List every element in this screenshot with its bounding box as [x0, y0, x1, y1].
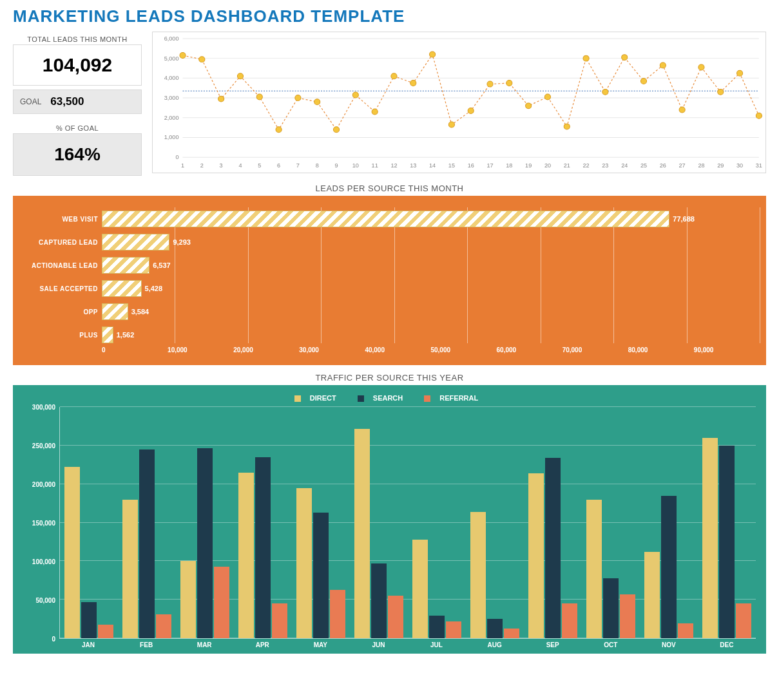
col-bar	[197, 448, 213, 639]
col-bar	[272, 603, 287, 638]
svg-point-16	[199, 57, 205, 62]
col-group	[408, 407, 466, 638]
svg-text:14: 14	[429, 162, 436, 169]
hbar-row: PLUS 1,562	[13, 323, 760, 346]
col-bar	[412, 540, 428, 638]
col-bar	[371, 563, 387, 638]
col-bar	[545, 458, 561, 638]
svg-text:4,000: 4,000	[164, 75, 179, 81]
svg-text:2: 2	[200, 162, 204, 169]
legend-label-referral: REFERRAL	[439, 394, 478, 402]
svg-point-44	[737, 70, 743, 76]
col-group	[698, 407, 756, 638]
svg-point-41	[679, 107, 685, 113]
svg-text:27: 27	[679, 162, 686, 169]
svg-point-39	[640, 78, 646, 84]
col-xtick: FEB	[117, 639, 175, 648]
col-group	[118, 407, 176, 638]
legend-swatch-search	[358, 395, 364, 402]
svg-text:29: 29	[717, 162, 724, 169]
hbar-value: 5,428	[141, 285, 163, 292]
svg-text:10: 10	[352, 162, 359, 169]
kpi-total-value: 104,092	[13, 44, 142, 86]
col-bar	[719, 446, 735, 638]
col-bar	[678, 623, 693, 638]
svg-point-15	[180, 53, 186, 59]
hbar-xtick: 70,000	[563, 346, 628, 354]
hbar-value: 1,562	[113, 331, 135, 339]
col-bar	[98, 625, 113, 639]
traffic-per-source-chart: DIRECT SEARCH REFERRAL 050,000100,000150…	[13, 385, 766, 654]
col-bar	[296, 488, 312, 638]
hbar-category: WEB VISIT	[13, 216, 102, 223]
svg-text:20: 20	[544, 162, 551, 169]
hbar-row: ACTIONABLE LEAD 6,537	[13, 254, 760, 277]
col-xtick: AUG	[466, 639, 524, 648]
svg-text:5: 5	[258, 162, 261, 169]
svg-text:18: 18	[506, 162, 512, 169]
col-bar	[156, 614, 171, 638]
hbar-value: 77,688	[669, 215, 695, 223]
col-ytick: 250,000	[32, 442, 55, 449]
col-bar	[470, 512, 486, 638]
col-bar	[64, 467, 80, 638]
col-ytick: 50,000	[35, 597, 55, 604]
svg-point-37	[602, 89, 608, 95]
svg-point-24	[352, 92, 358, 98]
svg-text:1,000: 1,000	[164, 135, 179, 141]
col-xtick: NOV	[640, 639, 698, 648]
col-group	[234, 407, 292, 638]
col-bar	[644, 552, 660, 638]
col-group	[524, 407, 582, 638]
hbar-xtick: 80,000	[628, 346, 694, 354]
col-bar	[429, 616, 445, 638]
col-bar	[504, 629, 519, 639]
col-bar	[122, 500, 138, 638]
svg-text:13: 13	[410, 162, 416, 169]
svg-point-20	[276, 127, 282, 133]
hbar-xtick: 90,000	[694, 346, 760, 354]
col-bar	[180, 561, 196, 638]
col-xtick: APR	[233, 639, 291, 648]
svg-text:23: 23	[602, 162, 608, 169]
svg-text:3,000: 3,000	[164, 95, 179, 101]
kpi-goal-label: GOAL	[20, 97, 41, 106]
hbar-xtick: 40,000	[365, 346, 430, 354]
hbar-row: CAPTURED LEAD 9,293	[13, 231, 760, 254]
svg-text:6: 6	[277, 162, 280, 169]
col-group	[60, 407, 118, 638]
col-group	[350, 407, 408, 638]
col-bar	[736, 603, 751, 638]
svg-point-43	[718, 89, 724, 95]
col-xtick: JUN	[349, 639, 407, 648]
legend-label-direct: DIRECT	[310, 394, 336, 402]
legend-swatch-direct	[294, 395, 301, 402]
hbar-category: OPP	[13, 308, 102, 316]
col-xtick: JAN	[59, 639, 117, 648]
col-bar	[586, 500, 602, 638]
svg-text:2,000: 2,000	[164, 115, 179, 121]
col-bar	[528, 473, 544, 638]
svg-point-25	[372, 109, 378, 115]
hbar-bar: 77,688	[102, 211, 669, 227]
svg-point-28	[430, 52, 436, 57]
col-xtick: MAY	[291, 639, 349, 648]
col-bar	[139, 449, 155, 638]
col-bar	[354, 429, 370, 638]
hbar-category: ACTIONABLE LEAD	[13, 262, 102, 269]
svg-text:16: 16	[468, 162, 474, 169]
col-ytick: 200,000	[32, 481, 55, 488]
svg-point-34	[544, 94, 550, 100]
col-group	[640, 407, 698, 638]
col-xtick: SEP	[524, 639, 582, 648]
svg-point-29	[448, 122, 454, 128]
col-ytick: 0	[52, 636, 55, 643]
col-group	[292, 407, 350, 638]
svg-point-40	[660, 62, 666, 68]
col-group	[466, 407, 524, 638]
svg-point-42	[698, 64, 704, 70]
kpi-pct-value: 164%	[13, 133, 142, 176]
col-bar	[388, 596, 403, 638]
col-group	[176, 407, 234, 638]
hbar-xtick: 20,000	[233, 346, 299, 354]
